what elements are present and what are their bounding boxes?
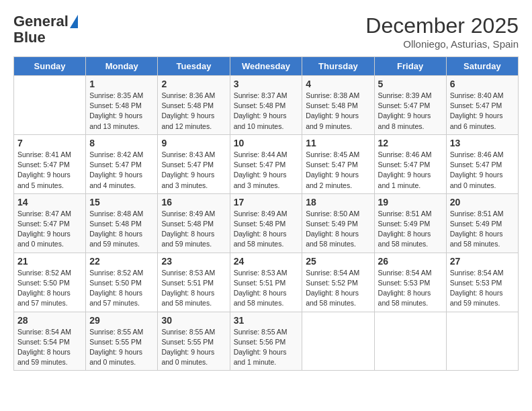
calendar-cell: 30Sunrise: 8:55 AM Sunset: 5:55 PM Dayli… — [158, 312, 230, 371]
calendar-cell: 19Sunrise: 8:51 AM Sunset: 5:49 PM Dayli… — [374, 193, 446, 253]
day-number: 22 — [89, 256, 154, 267]
day-info: Sunrise: 8:39 AM Sunset: 5:47 PM Dayligh… — [378, 91, 443, 132]
dow-header: Tuesday — [158, 57, 230, 76]
day-number: 11 — [306, 138, 370, 148]
calendar-cell: 16Sunrise: 8:49 AM Sunset: 5:48 PM Dayli… — [158, 193, 230, 253]
day-info: Sunrise: 8:47 AM Sunset: 5:47 PM Dayligh… — [17, 209, 82, 250]
calendar-cell: 24Sunrise: 8:53 AM Sunset: 5:51 PM Dayli… — [230, 253, 302, 312]
day-number: 25 — [306, 256, 370, 267]
day-number: 7 — [17, 138, 82, 148]
calendar-cell: 28Sunrise: 8:54 AM Sunset: 5:54 PM Dayli… — [14, 312, 86, 371]
day-info: Sunrise: 8:55 AM Sunset: 5:56 PM Dayligh… — [234, 327, 299, 368]
month-title: December 2025 — [365, 13, 519, 38]
calendar-cell: 1Sunrise: 8:35 AM Sunset: 5:48 PM Daylig… — [86, 76, 158, 135]
calendar-cell — [302, 312, 374, 371]
day-number: 9 — [161, 138, 226, 148]
calendar-cell: 8Sunrise: 8:42 AM Sunset: 5:47 PM Daylig… — [86, 134, 158, 193]
day-info: Sunrise: 8:46 AM Sunset: 5:47 PM Dayligh… — [450, 150, 515, 191]
day-info: Sunrise: 8:52 AM Sunset: 5:50 PM Dayligh… — [17, 268, 82, 309]
calendar-cell: 31Sunrise: 8:55 AM Sunset: 5:56 PM Dayli… — [230, 312, 302, 371]
dow-header: Saturday — [446, 57, 518, 76]
day-info: Sunrise: 8:54 AM Sunset: 5:54 PM Dayligh… — [17, 327, 82, 368]
day-number: 29 — [89, 315, 154, 326]
day-number: 10 — [234, 138, 299, 148]
day-number: 6 — [450, 79, 515, 89]
calendar-cell: 9Sunrise: 8:43 AM Sunset: 5:47 PM Daylig… — [158, 134, 230, 193]
day-info: Sunrise: 8:35 AM Sunset: 5:48 PM Dayligh… — [89, 91, 154, 132]
day-number: 28 — [17, 315, 82, 326]
day-number: 5 — [378, 79, 443, 89]
day-number: 3 — [234, 79, 299, 89]
calendar-cell — [446, 312, 518, 371]
calendar-cell: 2Sunrise: 8:36 AM Sunset: 5:48 PM Daylig… — [158, 76, 230, 135]
day-info: Sunrise: 8:48 AM Sunset: 5:48 PM Dayligh… — [89, 209, 154, 250]
day-number: 12 — [378, 138, 443, 148]
day-number: 30 — [161, 315, 226, 326]
logo: General Blue — [13, 13, 78, 46]
logo-line2: Blue — [13, 30, 46, 46]
calendar-cell: 18Sunrise: 8:50 AM Sunset: 5:49 PM Dayli… — [302, 193, 374, 253]
day-info: Sunrise: 8:49 AM Sunset: 5:48 PM Dayligh… — [161, 209, 226, 250]
calendar-cell: 15Sunrise: 8:48 AM Sunset: 5:48 PM Dayli… — [86, 193, 158, 253]
day-info: Sunrise: 8:42 AM Sunset: 5:47 PM Dayligh… — [89, 150, 154, 191]
calendar-cell: 3Sunrise: 8:37 AM Sunset: 5:48 PM Daylig… — [230, 76, 302, 135]
day-info: Sunrise: 8:46 AM Sunset: 5:47 PM Dayligh… — [378, 150, 443, 191]
dow-header: Wednesday — [230, 57, 302, 76]
day-number: 1 — [89, 79, 154, 89]
day-info: Sunrise: 8:38 AM Sunset: 5:48 PM Dayligh… — [306, 91, 370, 132]
calendar-cell: 23Sunrise: 8:53 AM Sunset: 5:51 PM Dayli… — [158, 253, 230, 312]
day-number: 16 — [161, 197, 226, 208]
day-info: Sunrise: 8:41 AM Sunset: 5:47 PM Dayligh… — [17, 150, 82, 191]
day-info: Sunrise: 8:53 AM Sunset: 5:51 PM Dayligh… — [234, 268, 299, 309]
day-info: Sunrise: 8:40 AM Sunset: 5:47 PM Dayligh… — [450, 91, 515, 132]
day-info: Sunrise: 8:51 AM Sunset: 5:49 PM Dayligh… — [378, 209, 443, 250]
calendar-cell: 12Sunrise: 8:46 AM Sunset: 5:47 PM Dayli… — [374, 134, 446, 193]
calendar-cell: 10Sunrise: 8:44 AM Sunset: 5:47 PM Dayli… — [230, 134, 302, 193]
day-number: 18 — [306, 197, 370, 208]
calendar-cell: 5Sunrise: 8:39 AM Sunset: 5:47 PM Daylig… — [374, 76, 446, 135]
day-info: Sunrise: 8:43 AM Sunset: 5:47 PM Dayligh… — [161, 150, 226, 191]
calendar-cell: 20Sunrise: 8:51 AM Sunset: 5:49 PM Dayli… — [446, 193, 518, 253]
day-info: Sunrise: 8:54 AM Sunset: 5:52 PM Dayligh… — [306, 268, 370, 309]
day-number: 4 — [306, 79, 370, 89]
day-info: Sunrise: 8:52 AM Sunset: 5:50 PM Dayligh… — [89, 268, 154, 309]
day-number: 15 — [89, 197, 154, 208]
day-info: Sunrise: 8:49 AM Sunset: 5:48 PM Dayligh… — [234, 209, 299, 250]
day-number: 14 — [17, 197, 82, 208]
day-info: Sunrise: 8:54 AM Sunset: 5:53 PM Dayligh… — [450, 268, 515, 309]
day-info: Sunrise: 8:36 AM Sunset: 5:48 PM Dayligh… — [161, 91, 226, 132]
day-number: 24 — [234, 256, 299, 267]
logo-icon — [70, 15, 78, 28]
calendar-cell: 11Sunrise: 8:45 AM Sunset: 5:47 PM Dayli… — [302, 134, 374, 193]
calendar-cell: 14Sunrise: 8:47 AM Sunset: 5:47 PM Dayli… — [14, 193, 86, 253]
calendar-cell — [14, 76, 86, 135]
day-number: 13 — [450, 138, 515, 148]
calendar-table: SundayMondayTuesdayWednesdayThursdayFrid… — [13, 56, 519, 371]
calendar-cell: 6Sunrise: 8:40 AM Sunset: 5:47 PM Daylig… — [446, 76, 518, 135]
calendar-cell — [374, 312, 446, 371]
day-info: Sunrise: 8:44 AM Sunset: 5:47 PM Dayligh… — [234, 150, 299, 191]
calendar-cell: 22Sunrise: 8:52 AM Sunset: 5:50 PM Dayli… — [86, 253, 158, 312]
calendar-cell: 25Sunrise: 8:54 AM Sunset: 5:52 PM Dayli… — [302, 253, 374, 312]
logo-line1: General — [13, 13, 69, 30]
day-info: Sunrise: 8:53 AM Sunset: 5:51 PM Dayligh… — [161, 268, 226, 309]
day-number: 23 — [161, 256, 226, 267]
day-number: 19 — [378, 197, 443, 208]
calendar-cell: 21Sunrise: 8:52 AM Sunset: 5:50 PM Dayli… — [14, 253, 86, 312]
calendar-cell: 26Sunrise: 8:54 AM Sunset: 5:53 PM Dayli… — [374, 253, 446, 312]
day-number: 21 — [17, 256, 82, 267]
day-info: Sunrise: 8:55 AM Sunset: 5:55 PM Dayligh… — [89, 327, 154, 368]
calendar-cell: 27Sunrise: 8:54 AM Sunset: 5:53 PM Dayli… — [446, 253, 518, 312]
calendar-cell: 17Sunrise: 8:49 AM Sunset: 5:48 PM Dayli… — [230, 193, 302, 253]
day-number: 2 — [161, 79, 226, 89]
day-number: 31 — [234, 315, 299, 326]
location-subtitle: Olloniego, Asturias, Spain — [365, 38, 519, 50]
day-info: Sunrise: 8:37 AM Sunset: 5:48 PM Dayligh… — [234, 91, 299, 132]
dow-header: Monday — [86, 57, 158, 76]
day-number: 20 — [450, 197, 515, 208]
day-number: 8 — [89, 138, 154, 148]
day-info: Sunrise: 8:51 AM Sunset: 5:49 PM Dayligh… — [450, 209, 515, 250]
dow-header: Sunday — [14, 57, 86, 76]
day-number: 26 — [378, 256, 443, 267]
calendar-cell: 7Sunrise: 8:41 AM Sunset: 5:47 PM Daylig… — [14, 134, 86, 193]
